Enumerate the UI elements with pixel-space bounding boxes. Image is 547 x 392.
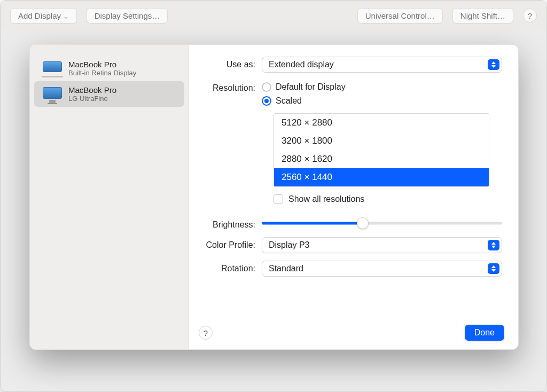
resolution-option[interactable]: 2880 × 1620: [274, 150, 489, 168]
display-icon: [43, 61, 62, 75]
display-icon: [43, 87, 62, 101]
brightness-slider[interactable]: [262, 217, 502, 230]
show-all-resolutions-checkbox[interactable]: Show all resolutions: [274, 194, 502, 204]
display-item-subtitle: LG UltraFine: [68, 95, 116, 103]
display-settings-sheet: MacBook ProBuilt-in Retina Display MacBo…: [29, 44, 519, 350]
brightness-label: Brightness:: [199, 217, 262, 230]
slider-fill: [262, 222, 363, 225]
display-list-sidebar: MacBook ProBuilt-in Retina Display MacBo…: [30, 45, 189, 349]
display-item-subtitle: Built-in Retina Display: [68, 69, 136, 77]
resolution-option[interactable]: 2560 × 1440: [274, 168, 489, 186]
night-shift-button[interactable]: Night Shift…: [452, 8, 513, 23]
display-item-title: MacBook Pro: [68, 60, 136, 69]
resolution-list: 5120 × 28803200 × 18002880 × 16202560 × …: [274, 113, 489, 187]
resolution-scaled-radio[interactable]: Scaled: [262, 94, 502, 108]
rotation-label: Rotation:: [199, 261, 262, 273]
select-stepper-icon: [488, 263, 499, 274]
done-button[interactable]: Done: [465, 325, 504, 341]
resolution-option[interactable]: 3200 × 1800: [274, 132, 489, 150]
display-settings-panel: Use as: Extended display Resolution: Def…: [189, 45, 518, 349]
radio-icon: [262, 82, 271, 92]
display-item-title: MacBook Pro: [68, 85, 116, 95]
display-sidebar-item[interactable]: MacBook ProBuilt-in Retina Display: [34, 56, 184, 81]
select-stepper-icon: [488, 240, 499, 250]
color-profile-label: Color Profile:: [199, 237, 262, 250]
add-display-button[interactable]: Add Display: [10, 8, 77, 23]
bottom-toolbar: Add Display Display Settings… Universal …: [1, 1, 546, 30]
sheet-help-button[interactable]: ?: [199, 326, 213, 340]
resolution-default-label: Default for Display: [276, 82, 346, 92]
resolution-label: Resolution:: [199, 80, 262, 93]
use-as-select[interactable]: Extended display: [262, 57, 502, 73]
universal-control-button[interactable]: Universal Control…: [357, 8, 443, 23]
color-profile-select[interactable]: Display P3: [262, 237, 502, 253]
show-all-resolutions-label: Show all resolutions: [288, 194, 364, 204]
display-settings-button[interactable]: Display Settings…: [87, 8, 168, 23]
help-button[interactable]: ?: [523, 9, 537, 22]
use-as-label: Use as:: [199, 57, 262, 69]
resolution-option[interactable]: 5120 × 2880: [274, 114, 489, 132]
radio-icon: [262, 96, 271, 106]
slider-thumb[interactable]: [357, 217, 369, 229]
resolution-scaled-label: Scaled: [276, 96, 302, 106]
rotation-value: Standard: [269, 264, 303, 273]
resolution-default-radio[interactable]: Default for Display: [262, 80, 502, 94]
rotation-select[interactable]: Standard: [262, 261, 502, 277]
select-stepper-icon: [488, 59, 499, 70]
use-as-value: Extended display: [269, 60, 334, 69]
checkbox-icon: [274, 194, 283, 204]
color-profile-value: Display P3: [269, 240, 309, 250]
display-sidebar-item[interactable]: MacBook ProLG UltraFine: [34, 81, 184, 107]
